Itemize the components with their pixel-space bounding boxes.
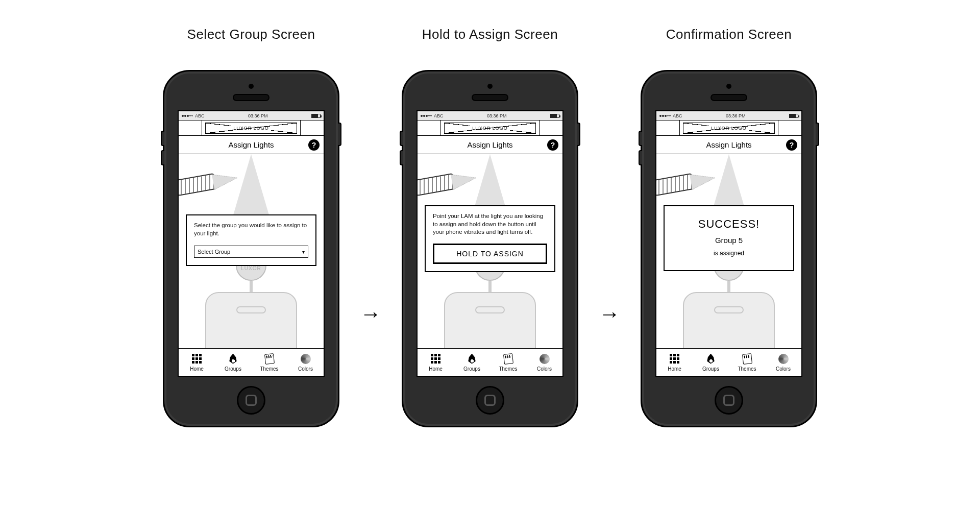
status-bar: ABC 03:36 PM [179, 111, 324, 120]
phone-screen: ABC 03:36 PM LUXOR LOGO Assign Lights ? [178, 110, 325, 377]
phone-frame: ABC 03:36 PM LUXOR LOGO Assign Lights ? [163, 70, 339, 427]
hold-to-assign-card: Point your LAM at the light you are look… [425, 205, 555, 272]
home-button[interactable] [715, 386, 743, 415]
tab-themes-label: Themes [499, 366, 517, 372]
page-title: Assign Lights [467, 140, 512, 149]
camera-icon [249, 84, 254, 89]
phone-frame: ABC 03:36 PM LUXOR LOGO Assign Lights ? [402, 70, 578, 427]
help-icon: ? [551, 141, 555, 149]
volume-up-button[interactable] [161, 131, 164, 146]
tab-colors-label: Colors [776, 366, 791, 372]
camera-icon [726, 84, 731, 89]
lam-device-icon [656, 173, 694, 197]
phone-frame: ABC 03:36 PM LUXOR LOGO Assign Lights ? [641, 70, 817, 427]
tab-themes[interactable]: Themes [729, 349, 765, 376]
screen-col-select-group: Select Group Screen ABC 03:36 PM [163, 27, 339, 427]
tab-colors[interactable]: Colors [287, 349, 324, 376]
tab-themes-label: Themes [260, 366, 278, 372]
clock: 03:36 PM [248, 113, 268, 118]
content-area: LUXOR Point your LAM at the light you ar… [418, 154, 562, 348]
flame-icon [468, 354, 476, 364]
flow-arrow-icon: → [599, 302, 620, 326]
tab-home-label: Home [668, 366, 681, 372]
battery-icon [789, 114, 798, 118]
page-header: Assign Lights ? [656, 136, 801, 154]
carrier-label: ABC [195, 113, 205, 118]
page-header: Assign Lights ? [179, 136, 324, 154]
logo-placeholder: LUXOR LOGO [444, 123, 536, 134]
signal-icon [182, 115, 193, 117]
help-button[interactable]: ? [308, 139, 320, 151]
screen-col-hold-to-assign: Hold to Assign Screen ABC 03:36 PM [402, 27, 578, 427]
volume-down-button[interactable] [639, 150, 642, 165]
volume-up-button[interactable] [639, 131, 642, 146]
signal-icon [421, 115, 432, 117]
lam-device-icon [418, 173, 455, 197]
swatch-icon [742, 353, 752, 365]
earpiece-speaker [472, 94, 508, 101]
tab-home[interactable]: Home [179, 349, 215, 376]
screen-title-1: Select Group Screen [187, 27, 315, 42]
assigned-label: is assigned [672, 250, 786, 257]
help-icon: ? [312, 141, 316, 149]
power-button[interactable] [816, 123, 819, 146]
battery-icon [311, 114, 321, 118]
screen-title-3: Confirmation Screen [666, 27, 792, 42]
phone-illustration-icon [205, 292, 297, 348]
tab-home[interactable]: Home [656, 349, 693, 376]
battery-icon [550, 114, 559, 118]
swatch-icon [264, 353, 275, 365]
tab-home-label: Home [429, 366, 443, 372]
color-wheel-icon [540, 354, 550, 364]
volume-up-button[interactable] [400, 131, 403, 146]
tab-bar: Home Groups Themes Colors [656, 348, 801, 376]
tab-groups[interactable]: Groups [215, 349, 251, 376]
phone-screen: ABC 03:36 PM LUXOR LOGO Assign Lights ? [655, 110, 802, 377]
tab-colors-label: Colors [537, 366, 552, 372]
swatch-icon [503, 353, 513, 365]
carrier-label: ABC [434, 113, 444, 118]
success-heading: SUCCESS! [672, 217, 786, 231]
volume-down-button[interactable] [161, 150, 164, 165]
power-button[interactable] [577, 123, 580, 146]
tab-home[interactable]: Home [418, 349, 454, 376]
logo-row: LUXOR LOGO [656, 120, 801, 136]
tab-colors[interactable]: Colors [765, 349, 801, 376]
group-select[interactable]: Select Group ▾ [194, 246, 308, 258]
hold-to-assign-button[interactable]: HOLD TO ASSIGN [433, 244, 547, 264]
page-header: Assign Lights ? [418, 136, 562, 154]
tab-bar: Home Groups Themes Colors [179, 348, 324, 376]
home-button[interactable] [476, 386, 504, 415]
tab-groups-label: Groups [463, 366, 480, 372]
content-area: 15° LUXOR Select the group you would lik… [179, 154, 324, 348]
help-button[interactable]: ? [547, 139, 558, 151]
tab-groups-label: Groups [225, 366, 241, 372]
flame-icon [229, 354, 237, 364]
help-button[interactable]: ? [786, 139, 797, 151]
tab-groups[interactable]: Groups [454, 349, 490, 376]
power-button[interactable] [338, 123, 341, 146]
color-wheel-icon [778, 354, 789, 364]
confirmation-card: SUCCESS! Group 5 is assigned [664, 205, 794, 271]
phone-illustration-icon [683, 292, 775, 348]
tab-groups[interactable]: Groups [693, 349, 729, 376]
screen-title-2: Hold to Assign Screen [422, 27, 558, 42]
home-button[interactable] [237, 386, 265, 415]
page-title: Assign Lights [706, 140, 751, 149]
screen-col-confirmation: Confirmation Screen ABC 03:36 PM [641, 27, 817, 427]
tab-colors-label: Colors [298, 366, 313, 372]
tab-colors[interactable]: Colors [526, 349, 562, 376]
logo-row: LUXOR LOGO [179, 120, 324, 136]
volume-down-button[interactable] [400, 150, 403, 165]
status-bar: ABC 03:36 PM [418, 111, 562, 120]
flame-icon [707, 354, 715, 364]
tab-themes[interactable]: Themes [251, 349, 287, 376]
select-group-card: Select the group you would like to assig… [186, 214, 316, 266]
assigned-group: Group 5 [672, 236, 786, 245]
earpiece-speaker [710, 94, 747, 101]
group-select-placeholder: Select Group [198, 249, 230, 255]
tab-themes[interactable]: Themes [490, 349, 526, 376]
grid-icon [670, 354, 679, 364]
signal-icon [659, 115, 671, 117]
tab-bar: Home Groups Themes Colors [418, 348, 562, 376]
